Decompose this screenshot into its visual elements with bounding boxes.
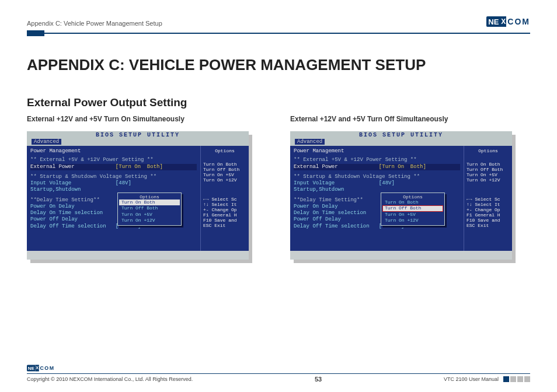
bios-right-panel: Options Turn On Both Turn Off Both Turn … — [464, 146, 512, 251]
page-header: Appendix C: Vehicle Power Management Set… — [27, 16, 530, 27]
popup-item: Turn Off Both — [119, 205, 180, 211]
bios-help-line: ←→ Select Sc — [467, 197, 510, 202]
bios-panel-header: Power Management — [294, 148, 460, 155]
bios-help-line: ←→ Select Sc — [203, 197, 246, 202]
bios-input-voltage: Input Voltage [48V] — [294, 180, 460, 187]
bios-popup-left: Options Turn On Both Turn Off Both Turn … — [117, 192, 182, 226]
bios-popup-right: Options Turn On Both Turn Off Both Turn … — [381, 192, 445, 226]
bios-opt-line: Turn On Both — [467, 162, 510, 167]
bios-opt-line: Turn On +5V — [203, 172, 246, 177]
breadcrumb: Appendix C: Vehicle Power Management Set… — [27, 20, 162, 27]
bios-help-line: ESC Exit — [467, 223, 510, 228]
bios-screenshot-right: BIOS SETUP UTILITY Advanced Power Manage… — [290, 131, 512, 260]
bios-help-line: ↑↓ Select It — [203, 202, 246, 207]
manual-name: VTC 2100 User Manual — [444, 376, 499, 382]
bios-help-line: +- Change Op — [203, 207, 246, 212]
bios-help-line: +- Change Op — [467, 207, 510, 212]
bios-right-panel: Options Turn On Both Turn Off Both Turn … — [201, 146, 249, 251]
bios-tab-advanced: Advanced — [295, 139, 325, 145]
bios-options-header: Options — [467, 148, 510, 153]
column-left-title: External +12V and +5V Turn On Simultaneo… — [27, 115, 267, 123]
bios-help-line: F10 Save and — [203, 218, 246, 223]
bios-title: BIOS SETUP UTILITY — [27, 131, 249, 139]
bios-opt-line: Turn On Both — [203, 162, 246, 167]
bios-startup-hdr: ** Startup & Shutdown Voltage Setting ** — [30, 174, 197, 180]
popup-item: Turn On Both — [382, 200, 443, 205]
page-footer: NE X COM Copyright © 2010 NEXCOM Interna… — [27, 364, 530, 383]
bios-opt-line: Turn On +12V — [203, 177, 246, 183]
bios-panel-header: Power Management — [30, 148, 197, 155]
logo-icon-x: X — [500, 16, 506, 27]
bios-tab-advanced: Advanced — [32, 139, 61, 145]
bios-help-line: ↑↓ Select It — [467, 202, 510, 207]
bios-help-line: F10 Save and — [467, 218, 510, 223]
column-right: External +12V and +5V Turn Off Simultane… — [290, 115, 530, 260]
popup-item-selected: Turn Off Both — [382, 205, 443, 211]
bios-options-header: Options — [203, 148, 246, 153]
page-number: 53 — [315, 376, 322, 383]
logo-text: COM — [39, 365, 55, 371]
bios-screenshot-left: BIOS SETUP UTILITY Advanced Power Manage… — [27, 131, 249, 260]
popup-title: Options — [382, 194, 443, 200]
bios-opt-line: Turn Off Both — [203, 167, 246, 172]
bios-help-line: F1 General H — [467, 212, 510, 218]
bios-ext-power: External Power [Turn On Both] — [294, 164, 460, 170]
bios-startup-hdr: ** Startup & Shutdown Voltage Setting ** — [294, 174, 460, 180]
column-right-title: External +12V and +5V Turn Off Simultane… — [290, 115, 530, 123]
bios-tabs: Advanced — [27, 139, 249, 146]
bios-ext-hdr: ** External +5V & +12V Power Setting ** — [294, 157, 460, 163]
popup-title: Options — [119, 194, 180, 200]
popup-item: Turn On +12V — [382, 218, 443, 223]
bios-opt-line: Turn On +12V — [467, 177, 510, 183]
bios-opt-line: Turn Off Both — [467, 167, 510, 172]
footer-logo: NE X COM — [27, 365, 430, 371]
popup-item: Turn On +5V — [119, 212, 180, 218]
bios-help-line: F1 General H — [203, 212, 246, 218]
bios-opt-line: Turn On +5V — [467, 172, 510, 177]
nexcom-logo: NE X COM — [486, 16, 530, 27]
appendix-title: APPENDIX C: VEHICLE POWER MANAGEMENT SET… — [27, 56, 530, 74]
column-left: External +12V and +5V Turn On Simultaneo… — [27, 115, 267, 260]
logo-text: COM — [506, 17, 530, 26]
bios-ext-hdr: ** External +5V & +12V Power Setting ** — [30, 157, 197, 163]
bios-help-line: ESC Exit — [203, 223, 246, 228]
bios-ext-power: External Power [Turn On Both] — [30, 164, 197, 170]
footer-nav-icons — [503, 376, 530, 382]
bios-left-panel: Power Management ** External +5V & +12V … — [27, 146, 201, 251]
logo-icon: NE — [27, 365, 35, 371]
section-title: External Power Output Setting — [27, 96, 530, 109]
bios-left-panel: Power Management ** External +5V & +12V … — [290, 146, 464, 251]
bios-title: BIOS SETUP UTILITY — [290, 131, 512, 139]
header-rule — [27, 30, 530, 36]
bios-tabs: Advanced — [290, 139, 512, 146]
logo-icon: NE — [486, 16, 500, 27]
bios-input-voltage: Input Voltage [48V] — [30, 180, 197, 187]
content-columns: External +12V and +5V Turn On Simultaneo… — [27, 115, 530, 260]
popup-item-selected: Turn On Both — [119, 200, 180, 205]
popup-item: Turn On +12V — [119, 218, 180, 223]
copyright-text: Copyright © 2010 NEXCOM International Co… — [27, 376, 193, 382]
popup-item: Turn On +5V — [382, 212, 443, 218]
